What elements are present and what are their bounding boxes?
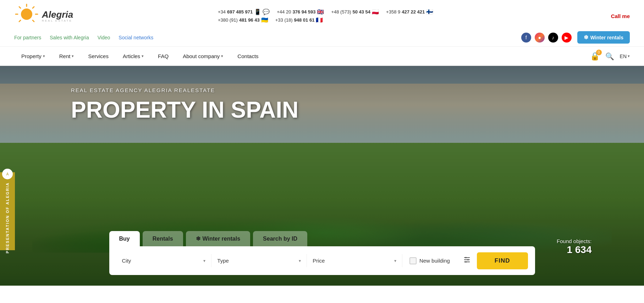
nav-about-company[interactable]: About company ▾ (176, 47, 230, 66)
for-partners-link[interactable]: For partners (14, 35, 41, 40)
main-nav: Property ▾ Rent ▾ Services Articles ▾ FA… (0, 47, 644, 66)
language-selector[interactable]: EN ▾ (620, 54, 630, 59)
nav-faq[interactable]: FAQ (151, 47, 176, 66)
phone-ua[interactable]: +380 (91) 481 96 43 🇺🇦 (218, 17, 268, 23)
facebook-icon[interactable]: f (521, 33, 531, 43)
hero-section: A PRESENTATION OF ALEGRIA REAL ESTATE AG… (0, 66, 644, 286)
tab-rentals[interactable]: Rentals (143, 231, 183, 246)
search-button[interactable]: 🔍 (605, 52, 614, 61)
nav-contacts[interactable]: Contacts (230, 47, 265, 66)
nav-right: 🔒 0 🔍 EN ▾ (590, 52, 630, 61)
tiktok-icon[interactable]: ♪ (548, 33, 558, 43)
chevron-down-icon: ▾ (142, 54, 144, 58)
nav-rent[interactable]: Rent ▾ (52, 47, 81, 66)
chevron-down-icon: ▾ (72, 54, 74, 58)
nav-services[interactable]: Services (81, 47, 116, 66)
instagram-icon[interactable]: ● (535, 33, 545, 43)
filter-button[interactable] (457, 252, 477, 269)
city-dropdown[interactable]: City ▾ (116, 254, 212, 267)
favorites-button[interactable]: 🔒 0 (590, 52, 600, 61)
secondary-nav: For partners Sales with Alegria Video So… (0, 28, 644, 47)
social-icons: f ● ♪ ▶ (521, 33, 572, 43)
chevron-down-icon: ▾ (394, 258, 396, 263)
svg-line-4 (33, 20, 34, 22)
found-label: Found objects: (557, 238, 591, 244)
svg-line-7 (19, 20, 21, 22)
side-presentation-button[interactable]: A PRESENTATION OF ALEGRIA (0, 172, 15, 250)
type-dropdown[interactable]: Type ▾ (211, 254, 307, 267)
phone-pl[interactable]: +48 (573) 50 43 54 🇵🇱 (331, 9, 379, 15)
svg-point-12 (467, 259, 469, 260)
tab-search-by-id[interactable]: Search by ID (253, 231, 307, 246)
found-count: 1 634 (557, 244, 591, 256)
sales-alegria-link[interactable]: Sales with Alegria (50, 35, 89, 40)
search-tabs: Buy Rentals ❄ Winter rentals Search by I… (109, 231, 535, 246)
chevron-down-icon: ▾ (203, 258, 205, 263)
new-building-checkbox[interactable]: New building (402, 254, 457, 268)
video-link[interactable]: Video (98, 35, 110, 40)
svg-line-2 (33, 7, 34, 8)
logo[interactable]: Alegria REAL ESTATE (14, 4, 73, 28)
youtube-icon[interactable]: ▶ (562, 33, 572, 43)
svg-point-11 (465, 257, 467, 258)
phone-area: +34 697 485 971 📱💬 +44 20 376 94 593 🇬🇧 … (218, 9, 466, 23)
svg-point-13 (465, 261, 467, 263)
snowflake-icon: ❄ (196, 235, 200, 242)
search-panel: Buy Rentals ❄ Winter rentals Search by I… (109, 231, 535, 275)
svg-point-0 (21, 9, 32, 20)
phone-uk[interactable]: +44 20 376 94 593 🇬🇧 (277, 9, 324, 15)
phone-fi[interactable]: +358 9 427 22 421 🇫🇮 (386, 9, 433, 15)
chevron-down-icon: ▾ (628, 54, 630, 58)
secondary-links: For partners Sales with Alegria Video So… (14, 35, 153, 40)
price-dropdown[interactable]: Price ▾ (307, 254, 402, 267)
found-objects: Found objects: 1 634 (557, 238, 591, 256)
sliders-icon (463, 256, 471, 264)
nav-property[interactable]: Property ▾ (14, 47, 52, 66)
svg-line-5 (19, 7, 21, 8)
hero-subtitle: REAL ESTATE AGENCY ALEGRIA REALESTATE (71, 87, 573, 93)
side-presentation-text: PRESENTATION OF ALEGRIA (5, 182, 10, 253)
winter-rentals-btn[interactable]: ❄ Winter rentals (577, 31, 630, 44)
phone-es[interactable]: +34 697 485 971 📱💬 (218, 9, 270, 15)
logo-name: Alegria (42, 10, 73, 19)
logo-sun-icon (14, 4, 39, 28)
logo-subtitle: REAL ESTATE (42, 19, 73, 22)
chevron-down-icon: ▾ (299, 258, 301, 263)
checkbox-icon (409, 257, 417, 264)
hero-title: PROPERTY IN SPAIN (71, 97, 573, 122)
top-bar: Alegria REAL ESTATE +34 697 485 971 📱💬 +… (0, 0, 644, 28)
nav-articles[interactable]: Articles ▾ (116, 47, 151, 66)
phone-fr[interactable]: +33 (18) 948 01 61 🇫🇷 (275, 17, 323, 23)
snowflake-icon: ❄ (584, 34, 588, 41)
tab-winter-rentals[interactable]: ❄ Winter rentals (186, 231, 251, 246)
favorites-count: 0 (596, 50, 602, 55)
chevron-down-icon: ▾ (221, 54, 223, 58)
tab-buy[interactable]: Buy (109, 231, 140, 246)
call-me-button[interactable]: Call me (611, 13, 630, 19)
alegria-mini-logo: A (2, 169, 13, 179)
search-bar: City ▾ Type ▾ Price ▾ New building (109, 246, 535, 275)
find-button[interactable]: FIND (477, 252, 528, 269)
chevron-down-icon: ▾ (43, 54, 45, 58)
social-networks-link[interactable]: Social networks (119, 35, 153, 40)
